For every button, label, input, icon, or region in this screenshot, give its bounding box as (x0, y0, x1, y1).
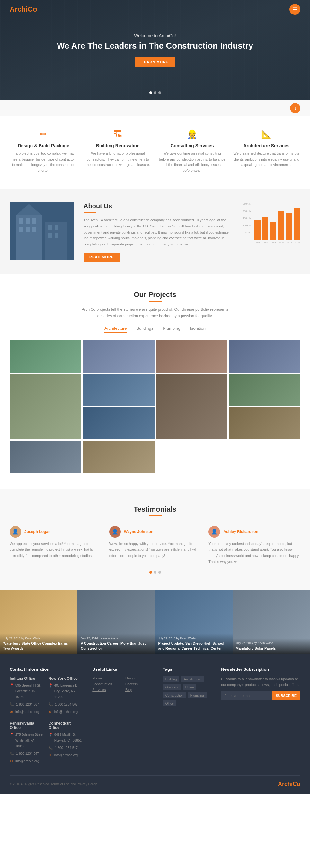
tag-graphics[interactable]: Graphics (163, 684, 181, 690)
svg-rect-3 (19, 218, 23, 224)
phone-icon-2: 📞 (48, 702, 53, 707)
footer-link-construction[interactable]: Construction (92, 682, 120, 686)
newsletter-form: SUBSCRIBE (221, 691, 300, 700)
project-image-7[interactable] (156, 374, 228, 439)
about-title: About Us (83, 203, 233, 210)
footer-links: Useful Links HomeDesignConstructionCaree… (92, 667, 153, 766)
office-email-1: info@archco.org (15, 709, 39, 715)
project-image-5[interactable] (10, 374, 81, 439)
blog-title-1: Waterbury State Office Complex Earns Two… (3, 641, 74, 651)
service-icon-1: ✏ (10, 129, 77, 139)
testimonials-underline (149, 516, 162, 516)
blog-item-1[interactable]: July 22, 2016 by Kevin Wade Waterbury St… (0, 590, 77, 654)
menu-button[interactable]: ☰ (289, 4, 300, 15)
testimonial-dot-3[interactable] (159, 571, 161, 574)
project-image-2[interactable] (82, 340, 154, 373)
email-icon-4: ✉ (48, 753, 53, 757)
office-address-3: 275 Johnson Street Whitehall, PA 18052 (15, 732, 44, 749)
hero-cta-button[interactable]: LEARN MORE (135, 57, 176, 67)
footer-bottom: © 2016 All Rights Reserved. Terms of Use… (10, 775, 300, 787)
service-item-4: 📐 Architecture Services We create archit… (233, 129, 300, 174)
services-section: ✏ Design & Build Package If a project is… (0, 117, 310, 189)
footer-tags: Tags BuildingArchitectureGraphicsHomeCon… (163, 667, 212, 766)
footer-contact: Contact Information Indiana Office 📍 895… (10, 667, 82, 766)
logo[interactable]: ArchiCo (10, 5, 37, 13)
svg-rect-4 (26, 218, 30, 224)
project-grid (10, 340, 300, 473)
testimonial-dot-1[interactable] (149, 571, 152, 574)
service-item-2: 🏗 Building Renovation We have a long lis… (84, 129, 151, 174)
tag-home[interactable]: Home (183, 684, 197, 690)
footer-copyright: © 2016 All Rights Reserved. Terms of Use… (10, 782, 97, 786)
testimonial-text-2: Wow, I'm so happy with your service. You… (109, 541, 201, 559)
hero-dot-2[interactable] (154, 91, 157, 94)
header: ArchiCo ☰ (0, 0, 310, 19)
project-image-11[interactable] (10, 441, 81, 473)
project-image-12[interactable] (82, 441, 154, 473)
tag-building[interactable]: Building (163, 676, 180, 682)
email-icon-2: ✉ (48, 710, 53, 714)
about-section: About Us The ArchiCo architecture and co… (0, 189, 310, 274)
project-image-6[interactable] (82, 374, 154, 406)
office-address-1: 895 Green Hill St. Greenfield, IN 46140 (15, 683, 44, 700)
office-phone-2: 1-800-1234-567 (55, 702, 78, 708)
email-icon-1: ✉ (10, 710, 13, 714)
svg-rect-9 (48, 225, 52, 230)
scroll-down-button[interactable]: ↓ (290, 103, 300, 113)
avatar-2: 👤 (109, 526, 121, 537)
blog-overlay-3: July 22, 2016 by Kevin Wade Project Upda… (155, 633, 233, 654)
footer-link-blog[interactable]: Blog (125, 688, 153, 692)
location-icon-4: 📍 (48, 733, 53, 737)
read-more-button[interactable]: READ MORE (83, 253, 119, 261)
project-image-9[interactable] (82, 407, 154, 439)
tag-plumbing[interactable]: Plumbing (188, 692, 207, 699)
hero-subtitle: Welcome to ArchiCo! (134, 33, 176, 38)
chart-bars (254, 203, 300, 241)
office-3: Pennsylvania Office 📍 275 Johnson Street… (10, 721, 44, 766)
newsletter-submit-button[interactable]: SUBSCRIBE (272, 691, 300, 700)
testimonial-header-2: 👤 Wayne Johnson (109, 526, 201, 537)
tag-construction[interactable]: Construction (163, 692, 186, 699)
about-image (10, 203, 74, 260)
project-image-4[interactable] (229, 340, 300, 373)
office-phone-1: 1-800-1234-567 (16, 702, 39, 708)
logo-text-accent: Co (28, 5, 37, 13)
testimonial-text-3: Your company understands today's require… (208, 541, 300, 565)
project-image-3[interactable] (156, 340, 228, 373)
office-name-2: New York Office (48, 676, 83, 681)
footer-link-careers[interactable]: Careers (125, 682, 153, 686)
project-image-10[interactable] (229, 407, 300, 439)
blog-item-3[interactable]: July 22, 2016 by Kevin Wade Project Upda… (155, 590, 233, 654)
project-image-8[interactable] (229, 374, 300, 406)
blog-item-2[interactable]: July 22, 2016 by Kevin Wade A Constructi… (77, 590, 155, 654)
svg-rect-12 (55, 233, 59, 238)
project-tab-architecture[interactable]: Architecture (104, 326, 127, 333)
project-image-1[interactable] (10, 340, 81, 373)
testimonial-dot-2[interactable] (154, 571, 157, 574)
hero-dot-1[interactable] (149, 91, 152, 94)
office-email-2: info@archco.org (54, 709, 78, 715)
newsletter-input[interactable] (221, 691, 272, 700)
project-tab-isolation[interactable]: Isolation (190, 326, 205, 333)
phone-icon-1: 📞 (10, 702, 14, 707)
blog-section: July 22, 2016 by Kevin Wade Waterbury St… (0, 590, 310, 654)
tag-architecture[interactable]: Architecture (181, 676, 203, 682)
footer-link-home[interactable]: Home (92, 676, 120, 680)
testimonials-grid: 👤 Joseph Logan We appreciate your servic… (10, 526, 300, 565)
chart-bar-1 (254, 220, 261, 240)
footer-link-design[interactable]: Design (125, 676, 153, 680)
service-title-2: Building Renovation (84, 143, 151, 148)
hero-dot-3[interactable] (159, 91, 161, 94)
footer-link-services[interactable]: Services (92, 688, 120, 692)
footer-logo-text: Archi (278, 781, 292, 787)
chevron-down-icon: ↓ (294, 105, 297, 111)
service-icon-2: 🏗 (84, 129, 151, 139)
blog-overlay-4: July 22, 2016 by Kevin Wade Mandatory So… (233, 638, 310, 654)
chart-year-1: 1994 (254, 241, 261, 244)
chart-years: 199419961998200020022004 (254, 241, 300, 244)
project-tab-plumbing[interactable]: Plumbing (163, 326, 180, 333)
blog-item-4[interactable]: July 22, 2016 by Kevin Wade Mandatory So… (233, 590, 310, 654)
service-item-1: ✏ Design & Build Package If a project is… (10, 129, 77, 174)
tag-office[interactable]: Office (163, 701, 176, 707)
project-tab-buildings[interactable]: Buildings (136, 326, 153, 333)
